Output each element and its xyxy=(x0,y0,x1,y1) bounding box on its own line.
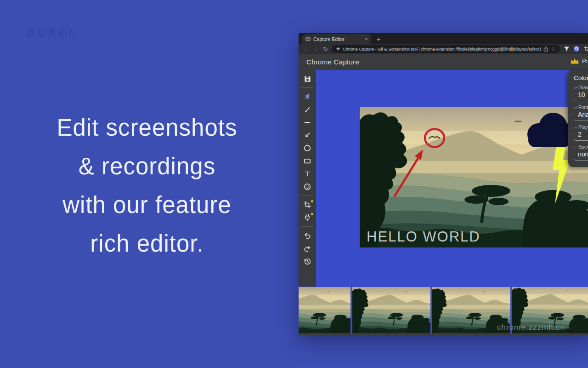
hero-line-3: with our feature xyxy=(14,186,280,224)
draw-size-value: 10 xyxy=(578,91,588,98)
cursor-icon xyxy=(303,92,312,101)
draw-size-field[interactable]: Draw Size 10 xyxy=(574,87,588,101)
select-tool-button[interactable] xyxy=(299,90,316,103)
bookmark-star-icon[interactable]: ☆ xyxy=(551,46,556,52)
hero-line-2: & recordings xyxy=(14,147,280,186)
special-effect-label: Special Effect xyxy=(577,144,588,150)
toolbar-separator xyxy=(301,87,313,88)
tab-close-icon[interactable]: × xyxy=(365,36,368,42)
frame-thumbnail-1[interactable] xyxy=(299,287,351,334)
hero-text: Edit screenshots & recordings with our f… xyxy=(14,109,280,263)
effects-plug-icon xyxy=(303,213,312,222)
playback-label: Playback xyxy=(577,124,588,130)
watermark-top: @极简插件 xyxy=(26,27,79,39)
arrow-tool-button[interactable] xyxy=(299,129,316,142)
font-value: Arial xyxy=(578,111,588,118)
undo-button[interactable] xyxy=(299,229,316,242)
emoji-tool-button[interactable] xyxy=(299,180,316,193)
new-tab-button[interactable]: + xyxy=(377,35,381,42)
brush-icon xyxy=(303,105,312,114)
tab-strip: Capture Editor × + xyxy=(299,33,588,44)
hero-line-4: rich editor. xyxy=(14,224,280,263)
history-button[interactable] xyxy=(299,255,316,268)
rectangle-tool-button[interactable] xyxy=(299,155,316,167)
frame-thumbnail-2[interactable] xyxy=(352,287,430,334)
tab-favicon-icon xyxy=(305,36,311,41)
watermark-bottom: chrome.zzzmh.cn xyxy=(497,323,565,332)
draw-size-label: Draw Size xyxy=(577,85,588,90)
special-effect-field[interactable]: Special Effect none xyxy=(574,147,588,161)
filter-extension-button[interactable] xyxy=(564,46,570,52)
crown-icon xyxy=(570,58,579,64)
effects-tool-button[interactable] xyxy=(299,211,316,224)
tab-title: Capture Editor xyxy=(313,36,362,42)
font-label: Font xyxy=(577,104,588,110)
rectangle-icon xyxy=(303,156,312,166)
address-bar: ← → ↻ Chrome Capture - Gif & Screenshot … xyxy=(299,44,588,54)
brush-tool-button[interactable] xyxy=(299,103,316,116)
tab-capture-editor[interactable]: Capture Editor × xyxy=(302,34,371,44)
hero-line-1: Edit screenshots xyxy=(14,109,280,147)
smiley-icon xyxy=(303,182,312,191)
redo-icon xyxy=(303,244,312,253)
notification-dot xyxy=(311,213,313,215)
captured-image[interactable]: HELLO WORLD xyxy=(360,107,588,247)
options-panel: Color Draw Size 10 Font Arial Playback 2… xyxy=(568,70,588,167)
text-tool-button[interactable]: T xyxy=(299,167,316,180)
url-input[interactable]: Chrome Capture - Gif & Screenshot tool |… xyxy=(332,45,560,53)
browser-window: Capture Editor × + ← → ↻ Chrome Capture … xyxy=(299,33,588,335)
font-field[interactable]: Font Arial xyxy=(574,107,588,121)
editor-header: Chrome Capture Premium xyxy=(299,54,588,70)
redo-button[interactable] xyxy=(299,242,316,255)
forward-button[interactable]: → xyxy=(311,46,321,52)
line-tool-button[interactable] xyxy=(299,116,316,129)
share-icon[interactable] xyxy=(543,46,548,52)
tool-sidebar: T xyxy=(299,70,316,287)
hello-world-text[interactable]: HELLO WORLD xyxy=(367,229,481,245)
reload-button[interactable]: ↻ xyxy=(321,46,330,52)
url-text: Chrome Capture - Gif & Screenshot tool |… xyxy=(343,46,541,52)
playback-value: 2 xyxy=(578,131,588,138)
crop-icon xyxy=(303,200,312,209)
undo-icon xyxy=(303,231,312,240)
arrow-icon xyxy=(303,131,312,140)
editor-area: Chrome Capture Premium xyxy=(299,54,588,335)
notification-dot xyxy=(311,200,313,202)
premium-label: Premium xyxy=(582,58,588,64)
back-button[interactable]: ← xyxy=(301,46,311,52)
playback-field[interactable]: Playback 2 xyxy=(574,127,588,141)
special-effect-value: none xyxy=(578,150,588,158)
swirl-extension-button[interactable] xyxy=(573,46,580,52)
url-favicon-icon xyxy=(336,46,340,51)
capture-extension-button[interactable] xyxy=(583,46,588,52)
history-clock-icon xyxy=(303,257,312,266)
ellipse-tool-button[interactable] xyxy=(299,142,316,155)
line-icon xyxy=(303,118,312,127)
funnel-icon xyxy=(564,46,570,52)
save-button[interactable] xyxy=(299,72,316,85)
premium-button[interactable]: Premium xyxy=(570,58,588,64)
crop-extension-icon xyxy=(583,46,588,52)
ellipse-icon xyxy=(303,144,312,153)
save-icon xyxy=(303,75,312,83)
toolbar-separator xyxy=(301,226,313,227)
text-icon: T xyxy=(303,169,312,178)
svg-text:T: T xyxy=(305,170,310,178)
app-title: Chrome Capture xyxy=(306,58,359,66)
color-section-label: Color xyxy=(574,75,588,81)
crop-tool-button[interactable] xyxy=(299,198,316,211)
toolbar-separator xyxy=(301,196,313,196)
swirl-icon xyxy=(573,46,580,52)
